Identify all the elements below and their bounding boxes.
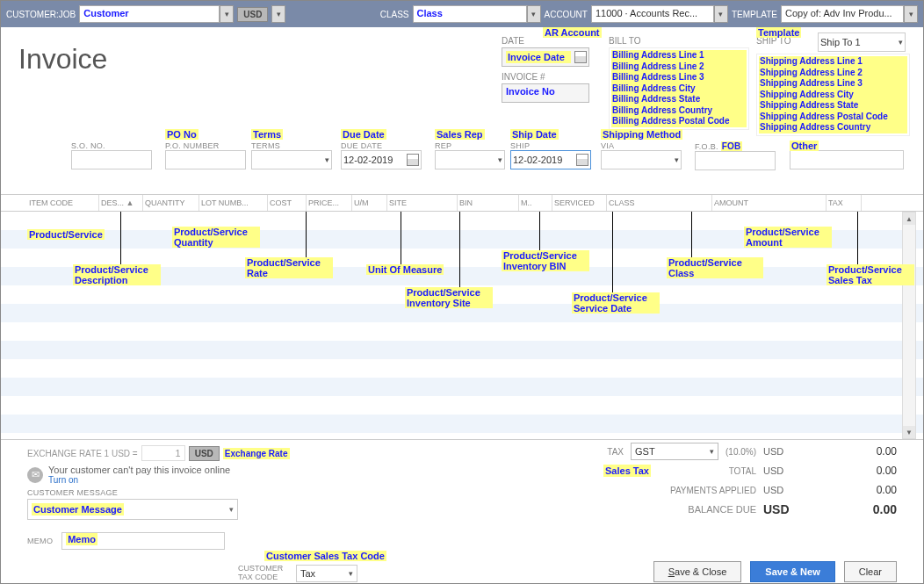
totals-block: TAX GST (10.0%) USD 0.00 Sales Tax TOTAL…	[528, 442, 897, 519]
total-amount: 0.00	[800, 465, 897, 477]
customer-select[interactable]: Customer	[79, 5, 234, 23]
template-label: TEMPLATE	[732, 10, 777, 19]
bill-to-address[interactable]: Billing Address Line 1 Billing Address L…	[609, 47, 749, 130]
fob-field[interactable]	[695, 151, 776, 170]
invoice-no-field[interactable]: Invoice No	[502, 83, 589, 103]
top-bar: CUSTOMER:JOB Customer USD CLASS Class AC…	[1, 1, 923, 27]
date-block: DATE Invoice Date INVOICE # Invoice No	[502, 36, 589, 103]
secondary-fields: S.O. NO. PO No P.O. NUMBER Terms TERMS D…	[1, 141, 923, 194]
email-icon: ✉	[27, 467, 43, 483]
line-items-grid[interactable]: ▲ ▼ Product/Service Product/Service Desc…	[1, 212, 923, 440]
customer-job-label: CUSTOMER:JOB	[6, 10, 76, 19]
via-select[interactable]	[601, 150, 682, 169]
invoice-no-label: INVOICE #	[502, 72, 589, 82]
class-label: CLASS	[380, 10, 409, 19]
clear-button[interactable]: Clear	[844, 561, 897, 582]
template-select[interactable]: Copy of: Adv Inv Produ...	[781, 5, 918, 23]
account-select[interactable]: 11000 · Accounts Rec...	[591, 5, 728, 23]
ship-to-select[interactable]: Ship To 1	[818, 32, 906, 52]
turn-on-link[interactable]: Turn on	[48, 475, 230, 485]
terms-select[interactable]	[251, 150, 332, 169]
customer-message-select[interactable]: Customer Message	[27, 499, 238, 520]
calendar-icon[interactable]	[407, 154, 419, 166]
ship-date-field[interactable]: 12-02-2019	[510, 150, 591, 169]
po-no-field[interactable]	[165, 150, 246, 169]
save-close-button[interactable]: Save & Close	[653, 561, 742, 582]
due-date-field[interactable]: 12-02-2019	[341, 150, 422, 169]
exchange-rate-input[interactable]	[141, 445, 185, 461]
memo-input[interactable]: Memo	[61, 532, 225, 550]
tax-select[interactable]: GST	[631, 443, 718, 460]
currency-badge: USD	[237, 7, 268, 22]
grid-scrollbar[interactable]: ▲ ▼	[902, 212, 916, 439]
footer-area: EXCHANGE RATE 1 USD = USD Exchange Rate …	[1, 440, 923, 584]
other-field[interactable]	[790, 150, 904, 169]
line-items-header: ITEM CODE DES... ▲ QUANTITY LOT NUMB... …	[1, 194, 923, 212]
balance-due: 0.00	[800, 502, 897, 516]
bill-to-block: BILL TO Billing Address Line 1 Billing A…	[609, 36, 749, 130]
calendar-icon[interactable]	[576, 154, 588, 166]
currency-dropdown[interactable]	[271, 5, 285, 23]
scroll-down-icon[interactable]: ▼	[903, 426, 915, 438]
rep-select[interactable]	[435, 150, 505, 169]
payments-applied: 0.00	[800, 484, 897, 496]
scroll-up-icon[interactable]: ▲	[903, 213, 915, 225]
save-new-button[interactable]: Save & New	[750, 561, 834, 582]
tax-code-select[interactable]: Tax	[296, 565, 357, 582]
account-label: ACCOUNT	[545, 10, 588, 19]
template-annotation: Template	[756, 27, 801, 38]
so-no-field[interactable]	[71, 150, 152, 169]
ar-account-annotation: AR Account	[543, 27, 602, 38]
date-field[interactable]: Invoice Date	[502, 47, 589, 67]
class-select[interactable]: Class	[413, 5, 541, 23]
header-area: Invoice DATE Invoice Date INVOICE # Invo…	[1, 27, 923, 141]
ship-to-address[interactable]: Shipping Address Line 1 Shipping Address…	[756, 54, 910, 136]
calendar-icon[interactable]	[574, 51, 587, 63]
tax-amount: 0.00	[800, 445, 897, 458]
